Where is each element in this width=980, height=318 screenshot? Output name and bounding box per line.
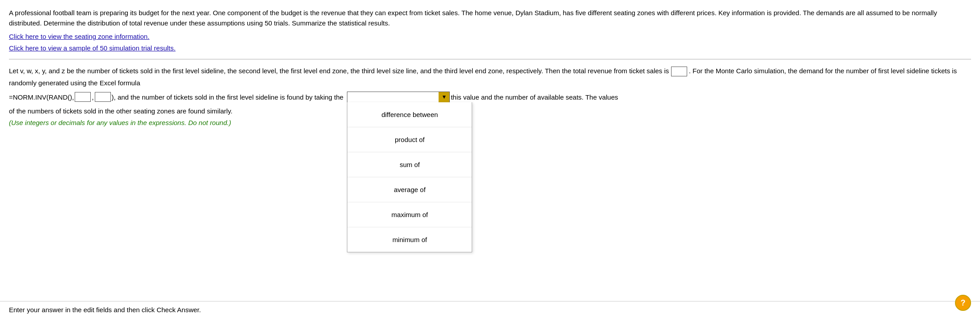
dropdown-item-maximum[interactable]: maximum of [347, 202, 472, 227]
dropdown-item-product[interactable]: product of [347, 127, 472, 152]
hint-text: (Use integers or decimals for any values… [9, 119, 231, 126]
line3-text: of the numbers of tickets sold in the ot… [9, 107, 232, 115]
norm-inv-input1[interactable] [75, 92, 91, 102]
help-button[interactable]: ? [955, 295, 971, 311]
problem-section: Let v, w, x, y, and z be the number of t… [9, 65, 971, 129]
section-divider [9, 59, 971, 59]
problem-line3: of the numbers of tickets sold in the ot… [9, 105, 971, 117]
simulation-results-link[interactable]: Click here to view a sample of 50 simula… [9, 42, 971, 54]
comma-space: , [92, 91, 93, 103]
hint-line: (Use integers or decimals for any values… [9, 117, 971, 129]
intro-paragraph: A professional football team is preparin… [9, 8, 971, 28]
seating-zone-link[interactable]: Click here to view the seating zone info… [9, 31, 971, 42]
dropdown-arrow-icon[interactable]: ▼ [439, 92, 449, 103]
line1-prefix-text: Let v, w, x, y, and z be the number of t… [9, 67, 560, 75]
norm-inv-suffix: ), and the number of tickets sold in the… [112, 91, 344, 103]
dropdown-item-sum[interactable]: sum of [347, 152, 472, 177]
dropdown-item-difference[interactable]: difference between [347, 102, 472, 127]
operation-dropdown-container[interactable]: ▼ difference between product of sum of a… [347, 91, 450, 103]
revenue-input[interactable] [671, 67, 687, 76]
norm-inv-prefix: =NORM.INV(RAND(), [9, 91, 74, 103]
norm-inv-input2[interactable] [95, 92, 111, 102]
dropdown-item-average[interactable]: average of [347, 177, 472, 202]
total-revenue-label: the total revenue from ticket sales is [562, 67, 669, 75]
norm-inv-line: =NORM.INV(RAND(), , ), and the number of… [9, 91, 971, 103]
dropdown-item-minimum[interactable]: minimum of [347, 227, 472, 252]
dropdown-menu[interactable]: difference between product of sum of ave… [347, 102, 472, 252]
operation-dropdown[interactable]: ▼ [347, 92, 450, 103]
footer-bar: Enter your answer in the edit fields and… [0, 301, 980, 318]
spacer-dropdown [344, 91, 346, 103]
footer-instruction: Enter your answer in the edit fields and… [9, 306, 201, 314]
dropdown-suffix-text: this value and the number of available s… [451, 91, 618, 103]
intro-section: A professional football team is preparin… [9, 8, 971, 54]
problem-line1: Let v, w, x, y, and z be the number of t… [9, 65, 971, 89]
